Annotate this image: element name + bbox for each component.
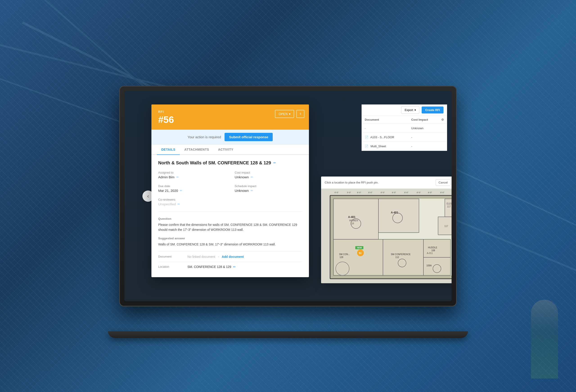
submit-response-button[interactable]: Submit official response (225, 133, 273, 141)
doc-icon: - (365, 126, 366, 130)
svg-text:3'-0": 3'-0" (347, 191, 351, 194)
schedule-impact-label: Schedule impact (235, 184, 302, 188)
file-icon: 📄 (365, 145, 368, 148)
tab-details[interactable]: DETAILS (157, 145, 180, 155)
svg-text:6'-0": 6'-0" (335, 191, 339, 194)
cost-impact-col-header: Cost Impact (408, 116, 438, 124)
svg-text:112: 112 (395, 256, 399, 258)
tab-attachments[interactable]: ATTACHMENTS (180, 145, 214, 155)
question-section: Question Please confirm that the dimensi… (158, 217, 302, 232)
svg-text:117: 117 (444, 225, 448, 227)
assigned-to-label: Assigned to (158, 171, 226, 174)
modal-title: North & South Walls of SM. CONFERENCE 12… (158, 160, 271, 165)
blueprint-header: Click a location to place the RFI push p… (321, 177, 452, 189)
blueprint-content: 6'-0" 3'-0" 6'-0" 6'-0" 6'-0" 6'-0" 6'-0… (321, 189, 452, 283)
laptop-wrapper: RFIs ‹ › × RFI #56 OPEN ▾ (86, 61, 490, 331)
table-row: 📄 A103 - S...FLOOR - (362, 133, 447, 142)
co-reviewers-label: Co-reviewers (158, 198, 226, 201)
question-label: Question (158, 217, 302, 220)
suggested-answer-section: Suggested answer Walls of SM. CONFERENCE… (158, 237, 302, 247)
right-panel-header: Export ▾ Create RFI (362, 104, 447, 116)
svg-rect-19 (333, 199, 378, 239)
assigned-to-edit-icon[interactable]: ✏ (176, 175, 179, 179)
cost-impact-value: Unknown (235, 175, 249, 179)
cost-impact-cell: Unknown (408, 124, 438, 133)
schedule-impact-value: Unknown (235, 189, 249, 192)
worker-silhouette (531, 300, 558, 379)
doc-cell: 📄 Multi_Sheet (362, 142, 408, 151)
svg-text:6'-0": 6'-0" (368, 191, 372, 194)
laptop-body: RFIs ‹ › × RFI #56 OPEN ▾ (119, 86, 457, 306)
laptop-screen: RFIs ‹ › × RFI #56 OPEN ▾ (124, 91, 452, 301)
modal-title-row: North & South Walls of SM. CONFERENCE 12… (158, 160, 302, 165)
svg-text:ELEC: ELEC (447, 202, 452, 205)
svg-text:WOMEN: WOMEN (349, 219, 358, 222)
svg-text:HUDDLE: HUDDLE (428, 246, 437, 249)
table-row: - Unknown (362, 124, 447, 133)
doc-name: Multi_Sheet (371, 145, 386, 148)
blueprint-cancel-button[interactable]: Cancel (436, 179, 450, 186)
tab-activity[interactable]: ACTIVITY (214, 145, 238, 155)
location-value: SM. CONFERENCE 128 & 129 (187, 265, 231, 269)
doc-name: A103 - S...FLOOR (370, 136, 394, 139)
svg-text:SM CON...: SM CON... (339, 253, 350, 256)
cost-impact-cell: - (408, 142, 438, 151)
doc-col-header: Document (362, 116, 408, 124)
modal-header: RFI #56 OPEN ▾ ⇧ (151, 104, 309, 130)
assigned-to-field: Assigned to Admin Bim ✏ (158, 171, 226, 179)
create-rfi-button[interactable]: Create RFI (422, 107, 443, 114)
suggested-answer-label: Suggested answer (158, 237, 302, 240)
svg-text:108A: 108A (426, 264, 432, 267)
cost-impact-field: Cost impact Unknown ✏ (235, 171, 302, 179)
due-date-value: Mar 21, 2020 (158, 189, 178, 192)
table-row: 📄 Multi_Sheet - (362, 142, 447, 151)
blueprint-panel: Click a location to place the RFI push p… (321, 177, 452, 283)
settings-icon[interactable]: ⚙ (441, 118, 444, 121)
open-button[interactable]: OPEN ▾ (275, 110, 294, 118)
share-icon: ⇧ (299, 112, 302, 116)
right-panel: Export ▾ Create RFI Document Cost Impact… (362, 104, 447, 151)
cost-impact-edit-icon[interactable]: ✏ (251, 175, 253, 179)
action-banner: Your action is required Submit official … (151, 130, 309, 145)
svg-text:6'-0": 6'-0" (440, 191, 444, 194)
svg-text:A-401: A-401 (391, 211, 398, 214)
rfi-modal: × RFI #56 OPEN ▾ ⇧ (151, 104, 309, 277)
svg-text:117: 117 (447, 205, 451, 208)
add-document-link[interactable]: Add document (222, 255, 244, 258)
document-row: Document No linked document - Add docume… (158, 251, 302, 262)
doc-cell: - (362, 124, 408, 133)
action-required-text: Your action is required (188, 135, 221, 139)
schedule-impact-field: Schedule impact Unknown ✏ (235, 184, 302, 192)
export-dropdown-icon: ▾ (414, 108, 416, 112)
laptop-base (108, 331, 468, 338)
svg-text:108: 108 (431, 249, 435, 252)
due-date-label: Due date (158, 184, 226, 188)
title-edit-icon[interactable]: ✏ (273, 161, 276, 165)
co-reviewers-edit-icon[interactable]: ✏ (177, 202, 180, 206)
modal-header-actions: OPEN ▾ ⇧ (275, 110, 304, 118)
svg-text:6'-0": 6'-0" (392, 191, 396, 194)
blueprint-actions: Cancel Done (436, 179, 452, 186)
due-date-edit-icon[interactable]: ✏ (180, 189, 182, 192)
export-button-label: Export (404, 108, 413, 112)
document-row-label: Document (158, 255, 185, 258)
location-edit-icon[interactable]: ✏ (233, 265, 236, 269)
doc-cell: 📄 A103 - S...FLOOR (362, 133, 408, 142)
cost-impact-cell: - (408, 133, 438, 142)
export-button[interactable]: Export ▾ (401, 106, 419, 114)
svg-text:SM CONFERENCE: SM CONFERENCE (391, 253, 411, 256)
svg-rect-24 (378, 199, 419, 233)
svg-text:6'-0": 6'-0" (428, 191, 432, 194)
co-reviewers-value: Unspecified (158, 202, 176, 206)
settings-col-header: ⚙ (438, 116, 447, 124)
co-reviewers-field: Co-reviewers Unspecified ✏ (158, 198, 226, 206)
svg-text:6'-0": 6'-0" (381, 191, 385, 194)
open-button-label: OPEN (279, 112, 288, 116)
assigned-to-value: Admin Bim (158, 175, 174, 179)
document-table: Document Cost Impact ⚙ - Unknown (362, 116, 447, 151)
floor-plan-svg: 6'-0" 3'-0" 6'-0" 6'-0" 6'-0" 6'-0" 6'-0… (321, 189, 452, 283)
no-linked-doc-text: No linked document (187, 255, 215, 258)
separator: - (218, 255, 219, 258)
schedule-impact-edit-icon[interactable]: ✏ (251, 189, 253, 192)
share-button[interactable]: ⇧ (296, 110, 304, 118)
